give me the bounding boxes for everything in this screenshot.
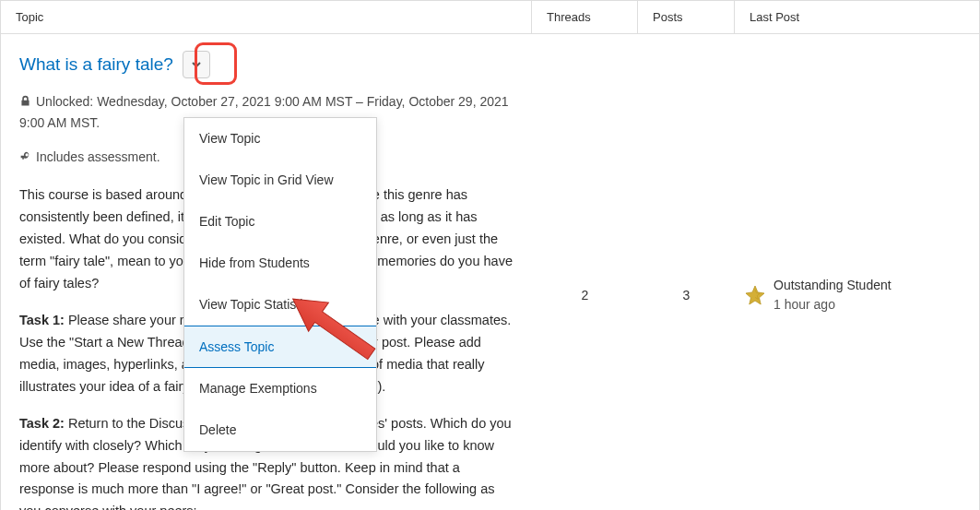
menu-manage-exemptions[interactable]: Manage Exemptions bbox=[184, 368, 376, 409]
topic-title-link[interactable]: What is a fairy tale? bbox=[19, 54, 173, 74]
col-header-lastpost: Last Post bbox=[735, 1, 979, 33]
menu-delete[interactable]: Delete bbox=[184, 409, 376, 451]
lastpost-text: Outstanding Student 1 hour ago bbox=[773, 276, 891, 314]
lastpost-time: 1 hour ago bbox=[773, 295, 891, 314]
assessment-text: Includes assessment. bbox=[36, 149, 160, 164]
lastpost-author: Outstanding Student bbox=[773, 276, 891, 295]
chevron-down-icon bbox=[191, 59, 202, 70]
menu-edit-topic[interactable]: Edit Topic bbox=[184, 201, 376, 243]
table-header: Topic Threads Posts Last Post bbox=[1, 0, 979, 34]
lastpost-cell: Outstanding Student 1 hour ago bbox=[735, 34, 979, 510]
task1-label: Task 1: bbox=[19, 313, 65, 327]
menu-hide-students[interactable]: Hide from Students bbox=[184, 243, 376, 284]
menu-assess-topic[interactable]: Assess Topic bbox=[184, 326, 376, 368]
col-header-posts: Posts bbox=[638, 1, 735, 33]
topic-actions-dropdown-button[interactable] bbox=[183, 51, 210, 78]
col-header-topic: Topic bbox=[1, 1, 532, 33]
key-icon bbox=[19, 148, 32, 168]
posts-count: 3 bbox=[638, 34, 735, 510]
threads-count: 2 bbox=[532, 34, 638, 510]
topic-actions-menu: View Topic View Topic in Grid View Edit … bbox=[183, 117, 377, 452]
menu-view-grid[interactable]: View Topic in Grid View bbox=[184, 160, 376, 201]
menu-view-statistics[interactable]: View Topic Statistics bbox=[184, 284, 376, 326]
topic-cell: What is a fairy tale? Unlocked: Wednesda… bbox=[1, 34, 532, 510]
lock-icon bbox=[19, 92, 32, 113]
topic-row: What is a fairy tale? Unlocked: Wednesda… bbox=[1, 34, 979, 510]
star-icon bbox=[744, 284, 766, 306]
task2-label: Task 2: bbox=[19, 416, 65, 431]
col-header-threads: Threads bbox=[532, 1, 638, 33]
menu-view-topic[interactable]: View Topic bbox=[184, 118, 376, 160]
